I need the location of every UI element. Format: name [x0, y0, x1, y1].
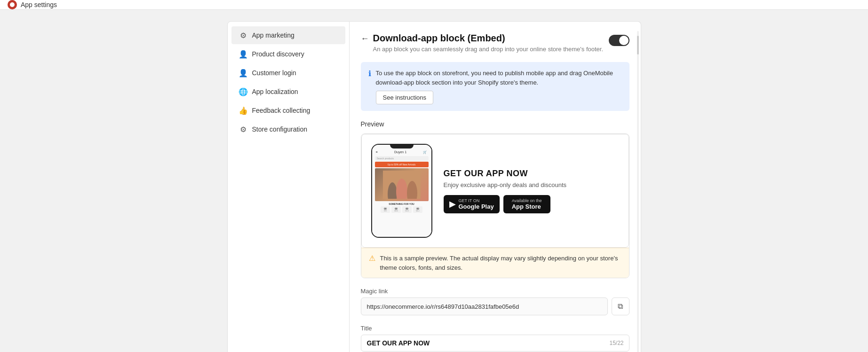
google-play-text: GET IT ON Google Play	[459, 198, 494, 210]
preview-box: ≡ Duyen 1 🛒 Search products Up to 50% of…	[361, 133, 629, 278]
feedback-icon: 👍	[239, 106, 247, 115]
store-badges: ▶ GET IT ON Google Play Available on the…	[444, 195, 619, 213]
title-label: Title	[361, 325, 629, 332]
sidebar-label-product-discovery: Product discovery	[252, 50, 304, 58]
warning-banner: ⚠ This is a sample preview. The actual d…	[361, 248, 629, 278]
embed-toggle[interactable]	[609, 35, 629, 46]
panel-title: Download-app block (Embed)	[373, 33, 604, 44]
magic-link-row: ⧉	[361, 297, 629, 315]
preview-inner: ≡ Duyen 1 🛒 Search products Up to 50% of…	[361, 134, 629, 248]
sidebar-item-store-configuration[interactable]: ⚙ Store configuration	[231, 120, 345, 138]
app-store-label: App Store	[512, 203, 542, 210]
panel-header-left: ← Download-app block (Embed) An app bloc…	[361, 33, 604, 53]
title-input[interactable]	[361, 335, 629, 352]
phone-nav-center: Duyen 1	[394, 150, 406, 154]
phone-search-text: Search products	[377, 157, 394, 160]
sidebar-label-customer-login: Customer login	[252, 69, 296, 77]
panel-header: ← Download-app block (Embed) An app bloc…	[361, 33, 629, 53]
phone-image-area	[375, 168, 429, 201]
sidebar: ⚙ App marketing 👤 Product discovery 👤 Cu…	[227, 21, 350, 352]
timer-label-secs: SECS	[405, 210, 409, 212]
magic-link-section: Magic link ⧉	[361, 288, 629, 315]
google-play-badge[interactable]: ▶ GET IT ON Google Play	[444, 195, 500, 213]
top-bar: App settings	[0, 0, 868, 10]
timer-block-secs: 00 SECS	[402, 206, 412, 213]
char-count: 15/22	[609, 340, 623, 346]
phone-mockup: ≡ Duyen 1 🛒 Search products Up to 50% of…	[371, 144, 432, 238]
info-banner: ℹ To use the app block on storefront, yo…	[361, 62, 629, 111]
info-text: To use the app block on storefront, you …	[376, 69, 622, 87]
app-title: App settings	[21, 1, 57, 8]
google-play-sub: GET IT ON	[459, 198, 494, 203]
app-store-text: Available on the App Store	[512, 198, 542, 210]
copy-icon: ⧉	[618, 302, 623, 311]
phone-screen: ≡ Duyen 1 🛒 Search products Up to 50% of…	[372, 145, 431, 237]
sidebar-item-app-localization[interactable]: 🌐 App localization	[231, 83, 345, 101]
phone-banner: Up to 50% off New Arrivals	[375, 162, 429, 167]
back-button[interactable]: ←	[361, 34, 369, 44]
sidebar-item-product-discovery[interactable]: 👤 Product discovery	[231, 45, 345, 63]
phone-nav-left: ≡	[376, 150, 378, 154]
store-icon: ⚙	[239, 125, 247, 133]
panel-subtitle: An app block you can seamlessly drag and…	[373, 46, 604, 53]
product-icon: 👤	[239, 50, 247, 58]
warning-text: This is a sample preview. The actual dis…	[380, 254, 621, 272]
sidebar-item-app-marketing[interactable]: ⚙ App marketing	[231, 26, 345, 44]
info-content: To use the app block on storefront, you …	[376, 69, 622, 104]
localization-icon: 🌐	[239, 87, 247, 96]
app-promo-text: GET OUR APP NOW Enjoy exclusive app-only…	[444, 169, 619, 213]
google-play-label: Google Play	[459, 203, 494, 210]
right-panel: ← Download-app block (Embed) An app bloc…	[350, 21, 641, 352]
title-input-wrapper: 15/22	[361, 335, 629, 352]
phone-banner-text: Up to 50% off New Arrivals	[388, 163, 415, 166]
toggle-knob	[619, 36, 629, 45]
copy-button[interactable]: ⧉	[612, 297, 629, 315]
timer-block-hrs: 00 HRS	[381, 206, 390, 213]
timer-label-mins: MINS	[394, 210, 398, 212]
scrollbar-track[interactable]	[637, 31, 639, 352]
sidebar-label-app-localization: App localization	[252, 88, 298, 95]
magic-link-input[interactable]	[361, 297, 608, 315]
phone-timer: 00 HRS 00 MINS 00 SECS	[375, 206, 429, 213]
phone-nav-right: 🛒	[423, 150, 427, 154]
timer-block-mins: 00 MINS	[391, 206, 401, 213]
magic-link-label: Magic link	[361, 288, 629, 295]
see-instructions-button[interactable]: See instructions	[376, 91, 434, 104]
phone-search: Search products	[375, 156, 429, 161]
google-play-icon: ▶	[449, 199, 456, 209]
scrollbar-thumb	[637, 36, 639, 55]
main-content: ⚙ App marketing 👤 Product discovery 👤 Cu…	[0, 10, 868, 352]
get-app-title: GET OUR APP NOW	[444, 169, 619, 179]
app-store-badge[interactable]: Available on the App Store	[503, 195, 550, 213]
warning-icon: ⚠	[369, 254, 375, 272]
phone-notch	[390, 145, 414, 149]
panel-title-block: Download-app block (Embed) An app block …	[373, 33, 604, 53]
sidebar-label-store-configuration: Store configuration	[252, 125, 308, 133]
sidebar-item-customer-login[interactable]: 👤 Customer login	[231, 64, 345, 82]
title-field-section: Title 15/22	[361, 325, 629, 352]
app-logo	[8, 0, 17, 9]
timer-label-hrs: HRS	[384, 210, 387, 212]
customer-icon: 👤	[239, 69, 247, 77]
sidebar-item-feedback-collecting[interactable]: 👍 Feedback collecting	[231, 102, 345, 119]
phone-nav: ≡ Duyen 1 🛒	[372, 149, 431, 155]
phone-section-title: SOMETHING FOR YOU	[372, 203, 431, 205]
marketing-icon: ⚙	[239, 31, 247, 39]
sidebar-label-feedback-collecting: Feedback collecting	[252, 107, 311, 114]
get-app-subtitle: Enjoy exclusive app-only deals and disco…	[444, 181, 619, 188]
svg-point-0	[10, 2, 15, 7]
sidebar-label-app-marketing: App marketing	[252, 31, 295, 39]
timer-label-milli: MILLI	[416, 210, 420, 212]
preview-label: Preview	[361, 120, 629, 128]
info-icon: ℹ	[368, 69, 371, 104]
app-store-sub: Available on the	[512, 198, 542, 203]
timer-block-milli: 00 MILLI	[413, 206, 422, 213]
